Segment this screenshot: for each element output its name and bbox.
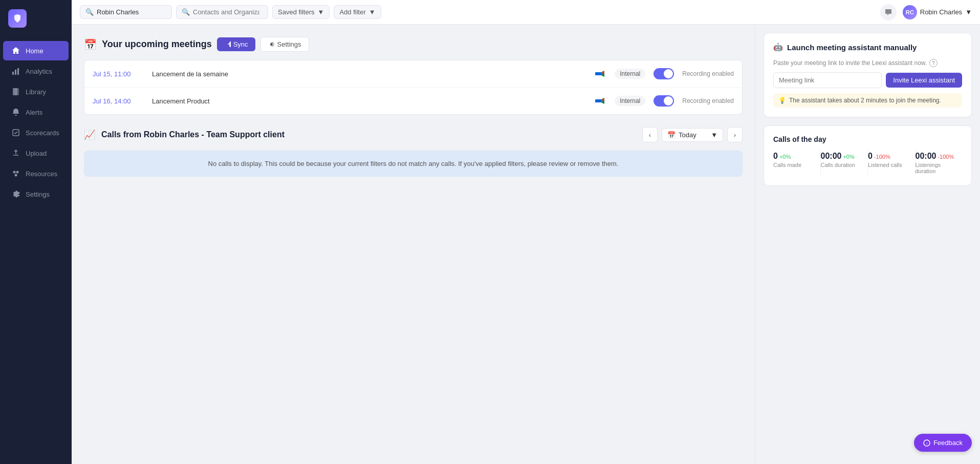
svg-point-7 bbox=[16, 171, 19, 174]
meetings-section-header: 📅 Your upcoming meetings Sync Settings bbox=[84, 37, 743, 52]
calendar-small-icon: 📅 bbox=[667, 131, 676, 139]
sidebar-item-alerts-label: Alerts bbox=[26, 109, 42, 116]
feedback-label: Feedback bbox=[933, 439, 963, 447]
calls-made-change: +0% bbox=[779, 154, 791, 160]
calls-duration-label: Calls duration bbox=[821, 162, 864, 168]
listened-calls-change: -100% bbox=[874, 154, 890, 160]
stat-listenings-duration-value: 00:00 -100% bbox=[916, 152, 959, 161]
home-icon bbox=[11, 46, 20, 55]
logo bbox=[0, 0, 72, 37]
assistant-card-title: 🤖 Launch meeting assistant manually bbox=[773, 43, 962, 52]
google-meet-icon-2 bbox=[594, 95, 606, 107]
help-icon[interactable]: ? bbox=[929, 59, 938, 67]
contacts-search-icon: 🔍 bbox=[182, 8, 190, 16]
robot-icon: 🤖 bbox=[773, 43, 783, 52]
saved-filters-label: Saved filters bbox=[278, 8, 315, 16]
google-meet-icon-1 bbox=[594, 68, 606, 80]
no-calls-message: No calls to display. This could be becau… bbox=[84, 151, 743, 177]
meeting-type-badge-1: Internal bbox=[615, 69, 645, 79]
listenings-duration-number: 00:00 bbox=[916, 152, 937, 161]
calls-of-day-card: Calls of the day 0 +0% Calls made 00:00 … bbox=[764, 125, 972, 186]
sidebar-item-upload-label: Upload bbox=[26, 150, 47, 157]
sync-icon bbox=[224, 41, 231, 48]
recording-toggle-2[interactable] bbox=[654, 95, 674, 107]
saved-filters-btn[interactable]: Saved filters ▼ bbox=[272, 5, 330, 19]
recording-toggle-1[interactable] bbox=[654, 68, 674, 79]
saved-filters-chevron-icon: ▼ bbox=[318, 8, 324, 16]
add-filter-chevron-icon: ▼ bbox=[369, 8, 376, 16]
invite-assistant-button[interactable]: Invite Leexi assistant bbox=[886, 73, 962, 88]
calls-made-label: Calls made bbox=[773, 162, 816, 168]
right-panel: 🤖 Launch meeting assistant manually Past… bbox=[755, 25, 980, 464]
sidebar-item-analytics[interactable]: Analytics bbox=[3, 61, 69, 81]
meeting-row: Jul 15, 11:00 Lancement de la semaine In… bbox=[84, 60, 742, 88]
calls-title: Calls from Robin Charles - Team Support … bbox=[101, 130, 285, 139]
search-box[interactable]: 🔍 bbox=[80, 5, 172, 19]
listenings-duration-label: Listenings duration bbox=[916, 162, 959, 174]
bell-icon bbox=[11, 108, 20, 117]
chat-button[interactable] bbox=[880, 4, 897, 20]
today-selector[interactable]: 📅 Today ▼ bbox=[662, 128, 723, 142]
calls-duration-number: 00:00 bbox=[821, 152, 842, 161]
sidebar-item-library-label: Library bbox=[26, 88, 46, 96]
assistant-subtitle-text: Paste your meeting link to invite the Le… bbox=[773, 59, 927, 67]
scorecard-icon bbox=[11, 128, 20, 137]
logo-icon bbox=[8, 9, 27, 28]
stat-listened-calls-value: 0 -100% bbox=[868, 152, 911, 161]
sync-button[interactable]: Sync bbox=[217, 37, 255, 51]
stat-listenings-duration: 00:00 -100% Listenings duration bbox=[916, 150, 963, 176]
upload-icon bbox=[11, 149, 20, 158]
sidebar-item-settings-label: Settings bbox=[26, 191, 50, 198]
calls-title-user: Robin Charles bbox=[144, 130, 199, 139]
lightbulb-icon: 💡 bbox=[778, 97, 786, 104]
sidebar-item-scorecards[interactable]: Scorecards bbox=[3, 123, 69, 142]
user-menu-button[interactable]: RC Robin Charles ▼ bbox=[903, 5, 972, 19]
main-area: 🔍 🔍 Saved filters ▼ Add filter ▼ RC Robi… bbox=[72, 0, 980, 464]
topbar: 🔍 🔍 Saved filters ▼ Add filter ▼ RC Robi… bbox=[72, 0, 980, 25]
chart-bar-icon bbox=[11, 67, 20, 76]
meetings-title: Your upcoming meetings bbox=[102, 39, 212, 50]
today-chevron-icon: ▼ bbox=[711, 131, 717, 139]
listened-calls-number: 0 bbox=[868, 152, 873, 161]
next-date-button[interactable]: › bbox=[727, 127, 743, 142]
search-input[interactable] bbox=[97, 8, 163, 16]
sidebar-nav: Home Analytics Library Alerts Scorecards bbox=[0, 37, 72, 464]
date-navigation: ‹ 📅 Today ▼ › bbox=[642, 127, 743, 142]
meeting-type-badge-2: Internal bbox=[615, 96, 645, 106]
gear-icon bbox=[11, 189, 20, 199]
meeting-link-input[interactable] bbox=[773, 72, 882, 88]
meeting-title-2: Lancement Product bbox=[152, 97, 586, 105]
stat-listened-calls: 0 -100% Listened calls bbox=[868, 150, 916, 176]
sidebar-item-library[interactable]: Library bbox=[3, 82, 69, 101]
meetings-settings-button[interactable]: Settings bbox=[260, 37, 309, 52]
feedback-button[interactable]: ! Feedback bbox=[914, 434, 972, 452]
meeting-title-1: Lancement de la semaine bbox=[152, 70, 586, 78]
sidebar: Home Analytics Library Alerts Scorecards bbox=[0, 0, 72, 464]
meetings-table: Jul 15, 11:00 Lancement de la semaine In… bbox=[84, 60, 743, 115]
calls-section-header: 📈 Calls from Robin Charles - Team Suppor… bbox=[84, 127, 743, 142]
svg-point-8 bbox=[15, 174, 17, 177]
svg-rect-1 bbox=[15, 70, 16, 75]
assistant-note: 💡 The assistant takes about 2 minutes to… bbox=[773, 93, 962, 108]
svg-text:!: ! bbox=[926, 441, 927, 446]
sidebar-item-settings[interactable]: Settings bbox=[3, 184, 69, 204]
stat-calls-duration-value: 00:00 +0% bbox=[821, 152, 864, 161]
calls-icon: 📈 bbox=[84, 129, 95, 140]
sync-label: Sync bbox=[233, 40, 248, 48]
settings-icon bbox=[268, 41, 275, 48]
stats-row: 0 +0% Calls made 00:00 +0% Calls duratio… bbox=[773, 150, 962, 176]
contacts-input[interactable] bbox=[193, 8, 259, 16]
sidebar-item-home[interactable]: Home bbox=[3, 41, 69, 60]
svg-point-6 bbox=[13, 171, 16, 174]
today-label: Today bbox=[679, 131, 696, 139]
prev-date-button[interactable]: ‹ bbox=[642, 127, 658, 142]
sidebar-item-upload[interactable]: Upload bbox=[3, 143, 69, 163]
meetings-settings-label: Settings bbox=[277, 40, 301, 48]
sidebar-item-alerts[interactable]: Alerts bbox=[3, 102, 69, 122]
assistant-title-text: Launch meeting assistant manually bbox=[787, 43, 917, 52]
contacts-filter-box[interactable]: 🔍 bbox=[176, 5, 268, 19]
sidebar-item-home-label: Home bbox=[26, 47, 43, 55]
stat-calls-duration: 00:00 +0% Calls duration bbox=[821, 150, 868, 176]
add-filter-btn[interactable]: Add filter ▼ bbox=[334, 5, 381, 19]
sidebar-item-resources[interactable]: Resources bbox=[3, 164, 69, 183]
